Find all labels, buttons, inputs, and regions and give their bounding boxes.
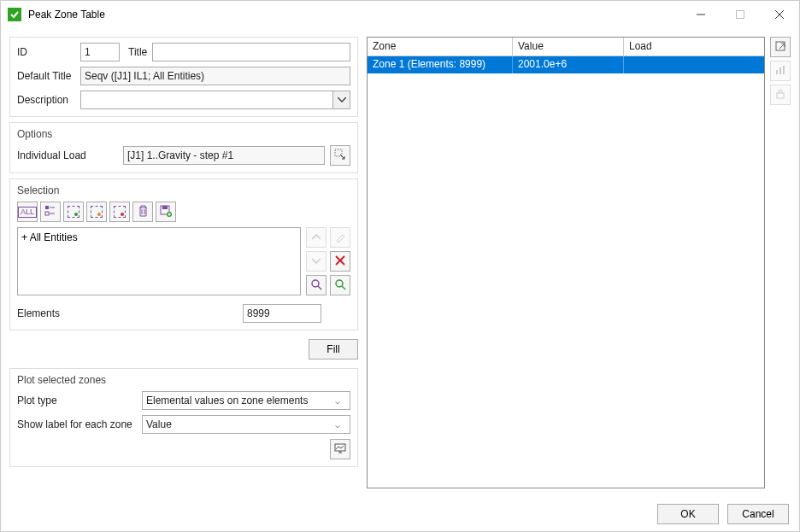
cell-value: 2001.0e+6 [513, 56, 624, 73]
default-title-field: Seqv ([J1] IL1; All Entities) [80, 67, 350, 85]
description-dropdown[interactable] [80, 91, 350, 109]
magnifier-icon [310, 278, 322, 293]
select-by-list-button[interactable] [40, 202, 61, 222]
svg-rect-10 [162, 206, 168, 209]
zoom-green-button[interactable] [330, 275, 350, 295]
chevron-down-icon: ⌵ [329, 420, 346, 430]
monitor-icon [334, 443, 346, 456]
svg-rect-26 [783, 66, 785, 74]
select-remove-button[interactable] [86, 202, 107, 222]
plot-type-label: Plot type [17, 395, 137, 406]
svg-rect-27 [777, 93, 784, 98]
zone-table[interactable]: Zone Value Load Zone 1 (Elements: 8999) … [367, 37, 765, 488]
dashed-invert-icon [114, 206, 126, 218]
svg-rect-25 [779, 67, 781, 74]
svg-rect-24 [776, 70, 778, 74]
move-down-button [306, 251, 326, 272]
dashed-add-icon [68, 206, 79, 218]
close-button[interactable] [760, 1, 799, 28]
title-input[interactable] [152, 43, 350, 61]
export-icon [774, 40, 786, 55]
svg-line-19 [342, 286, 345, 289]
cell-zone: Zone 1 (Elements: 8999) [368, 56, 513, 73]
show-label-select[interactable]: Value ⌵ [142, 415, 350, 434]
chevron-down-icon [312, 258, 321, 265]
selection-group-label: Selection [14, 184, 62, 196]
chart-button [770, 61, 791, 81]
select-all-icon: ALL [18, 207, 37, 218]
cancel-button[interactable]: Cancel [727, 504, 789, 524]
select-add-button[interactable] [63, 202, 84, 222]
chevron-up-icon [312, 234, 321, 241]
plot-type-select[interactable]: Elemental values on zone elements ⌵ [142, 391, 350, 410]
elements-label: Elements [17, 307, 238, 319]
bar-chart-icon [775, 65, 785, 78]
cursor-pick-icon [334, 149, 346, 162]
id-label: ID [17, 46, 75, 58]
svg-point-18 [336, 280, 343, 287]
remove-entity-button[interactable] [330, 251, 350, 272]
entities-item[interactable]: + All Entities [21, 231, 297, 243]
list-tree-icon [44, 205, 56, 219]
elements-field[interactable] [243, 304, 321, 323]
trash-icon [138, 205, 149, 219]
col-value-header[interactable]: Value [513, 38, 624, 56]
pick-load-button[interactable] [330, 145, 350, 166]
chevron-down-icon: ⌵ [329, 396, 346, 406]
delete-selection-button[interactable] [132, 202, 153, 222]
entities-list[interactable]: + All Entities [17, 227, 301, 295]
app-icon [8, 8, 21, 21]
window-title: Peak Zone Table [28, 9, 681, 20]
lock-button [770, 85, 791, 105]
save-plus-icon [160, 205, 172, 219]
move-up-button [306, 227, 326, 248]
default-title-label: Default Title [17, 70, 75, 82]
id-input[interactable] [80, 43, 120, 61]
ok-button[interactable]: OK [657, 504, 719, 524]
svg-rect-5 [45, 206, 49, 209]
col-zone-header[interactable]: Zone [368, 38, 513, 56]
svg-line-17 [318, 286, 321, 289]
svg-point-16 [312, 280, 319, 287]
cell-load [624, 56, 764, 73]
plot-preview-button[interactable] [330, 439, 350, 459]
pencil-icon [335, 232, 345, 243]
col-load-header[interactable]: Load [624, 38, 764, 56]
edit-entity-button [330, 227, 350, 248]
options-group-label: Options [14, 128, 56, 140]
minimize-button[interactable] [681, 1, 721, 28]
svg-rect-1 [737, 11, 744, 19]
maximize-button [721, 1, 760, 28]
svg-rect-7 [45, 212, 49, 215]
dashed-remove-icon [91, 206, 103, 218]
select-invert-button[interactable] [109, 202, 130, 222]
save-selection-button[interactable] [156, 202, 176, 222]
select-all-button[interactable]: ALL [17, 202, 38, 222]
delete-x-icon [335, 255, 345, 268]
title-label: Title [128, 46, 147, 58]
export-table-button[interactable] [770, 37, 791, 57]
individual-load-label: Individual Load [17, 149, 118, 161]
fill-button[interactable]: Fill [309, 339, 358, 360]
show-label-label: Show label for each zone [17, 418, 137, 430]
zoom-purple-button[interactable] [306, 275, 326, 295]
chevron-down-icon[interactable] [332, 91, 350, 108]
individual-load-field[interactable]: [J1] 1..Gravity - step #1 [123, 146, 325, 165]
lock-icon [775, 89, 785, 102]
description-label: Description [17, 94, 75, 106]
plot-group-label: Plot selected zones [14, 374, 109, 386]
table-row[interactable]: Zone 1 (Elements: 8999) 2001.0e+6 [368, 56, 764, 73]
magnifier-green-icon [334, 278, 346, 293]
